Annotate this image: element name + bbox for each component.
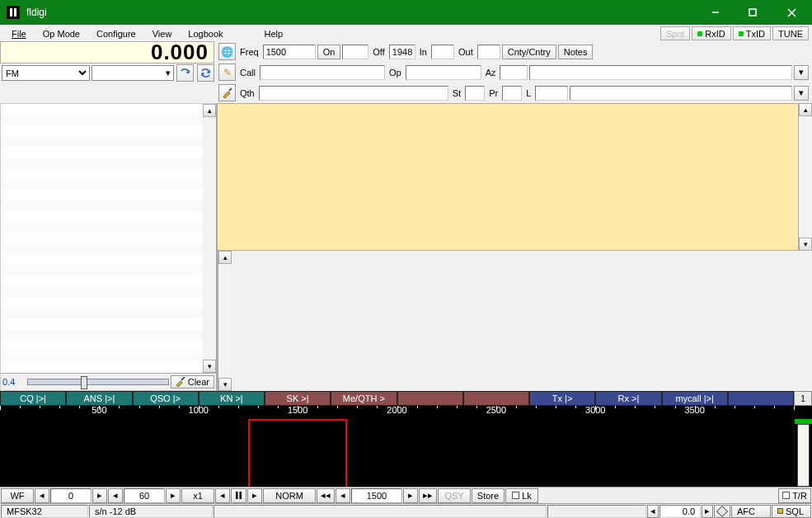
menu-configure[interactable]: Configure <box>88 27 144 40</box>
menu-help[interactable]: Help <box>256 27 292 40</box>
st-input[interactable] <box>465 86 485 101</box>
brightness-value[interactable]: 0 <box>50 488 92 503</box>
macro-sk[interactable]: SK >| <box>265 391 331 406</box>
notes-button[interactable]: Notes <box>558 45 594 59</box>
qth-input[interactable] <box>259 86 448 101</box>
txid-button[interactable]: TxID <box>733 26 771 40</box>
out-input[interactable] <box>477 45 500 59</box>
clear-button[interactable]: Clear <box>171 375 214 388</box>
refresh-button-1[interactable] <box>176 64 194 82</box>
bandwidth-marker[interactable] <box>248 419 347 487</box>
channel-list-scrollbar[interactable]: ▴ ▾ <box>203 104 216 373</box>
notes-input-1[interactable] <box>529 65 792 80</box>
macro-12[interactable] <box>728 391 794 406</box>
diamond-button[interactable] <box>714 505 730 518</box>
macro-qso[interactable]: QSO |> <box>133 391 199 406</box>
scroll-down-icon[interactable]: ▾ <box>799 238 812 251</box>
freq-fastdown[interactable]: ◂◂ <box>317 488 335 503</box>
maximize-button[interactable] <box>734 0 771 25</box>
scroll-right[interactable]: ▸ <box>247 488 262 503</box>
clear-log-button[interactable] <box>218 84 236 101</box>
macro-meqth[interactable]: Me/QTH > <box>331 391 397 406</box>
macro-7[interactable] <box>397 391 463 406</box>
op-input[interactable] <box>406 65 481 80</box>
in-input[interactable] <box>431 45 454 59</box>
scroll-down-icon[interactable]: ▾ <box>218 378 232 391</box>
globe-button[interactable] <box>218 43 236 60</box>
brightness-up[interactable]: ▸ <box>92 488 107 503</box>
notes-dropdown-2[interactable]: ▾ <box>794 86 809 101</box>
speed-button[interactable]: NORM <box>263 488 316 503</box>
macro-rx[interactable]: Rx >| <box>595 391 661 406</box>
az-label: Az <box>483 68 499 78</box>
close-button[interactable] <box>771 0 812 25</box>
off-input[interactable] <box>389 45 415 59</box>
freq-input[interactable] <box>263 45 316 59</box>
squelch-slider[interactable] <box>27 379 169 385</box>
channel-list-body[interactable] <box>1 104 203 373</box>
tick <box>556 406 556 408</box>
submode-select[interactable]: ▾ <box>92 65 174 81</box>
num-down[interactable]: ◂ <box>647 505 659 518</box>
rx-scrollbar[interactable]: ▴ ▾ <box>799 103 812 251</box>
on-input[interactable] <box>342 45 368 59</box>
freq-fastup[interactable]: ▸▸ <box>419 488 437 503</box>
contrast-value[interactable]: 60 <box>124 488 165 503</box>
notes-dropdown-1[interactable]: ▾ <box>794 65 809 80</box>
waterfall[interactable] <box>0 419 812 487</box>
notes-input-2[interactable] <box>570 86 792 101</box>
svg-rect-3 <box>749 9 756 16</box>
menu-file[interactable]: File <box>3 27 35 40</box>
contrast-up[interactable]: ▸ <box>166 488 181 503</box>
rx-text-pane[interactable] <box>217 103 799 251</box>
afc-button[interactable]: AFC <box>731 505 771 518</box>
frequency-display[interactable]: 0.000 <box>0 41 214 64</box>
macro-kn[interactable]: KN >| <box>199 391 265 406</box>
scroll-up-icon[interactable]: ▴ <box>799 103 812 116</box>
sql-button[interactable]: SQL <box>772 505 811 518</box>
minimize-button[interactable] <box>697 0 734 25</box>
zoom-button[interactable]: x1 <box>181 488 214 503</box>
macro-cq[interactable]: CQ |>| <box>0 391 66 406</box>
wf-center-freq[interactable]: 1500 <box>351 488 402 503</box>
pause-button[interactable] <box>231 488 246 503</box>
freq-up[interactable]: ▸ <box>403 488 418 503</box>
refresh-button-2[interactable] <box>197 64 214 82</box>
menu-opmode[interactable]: Op Mode <box>35 27 88 40</box>
brightness-down[interactable]: ◂ <box>35 488 49 503</box>
pr-input[interactable] <box>502 86 522 101</box>
scroll-down-icon[interactable]: ▾ <box>203 360 216 373</box>
slider-knob[interactable] <box>81 376 87 389</box>
call-input[interactable] <box>260 65 385 80</box>
scroll-up-icon[interactable]: ▴ <box>203 104 216 117</box>
cnty-button[interactable]: Cnty/Cntry <box>502 45 556 59</box>
menu-view[interactable]: View <box>144 27 181 40</box>
rxid-button[interactable]: RxID <box>692 26 730 40</box>
wf-mode-button[interactable]: WF <box>1 488 34 503</box>
spot-button[interactable]: Spot <box>660 26 691 40</box>
status-num[interactable]: 0.0 <box>659 505 701 518</box>
contrast-down[interactable]: ◂ <box>108 488 123 503</box>
l-input[interactable] <box>535 86 568 101</box>
num-up[interactable]: ▸ <box>702 505 713 518</box>
on-button[interactable]: On <box>317 45 341 59</box>
menu-logbook[interactable]: Logbook <box>180 27 231 40</box>
store-button[interactable]: Store <box>472 488 505 503</box>
scroll-up-icon[interactable]: ▴ <box>218 251 232 264</box>
freq-down[interactable]: ◂ <box>336 488 350 503</box>
tr-button[interactable]: T/R <box>778 488 811 503</box>
macro-mycall[interactable]: mycall |>| <box>662 391 728 406</box>
lock-button[interactable]: Lk <box>505 488 538 503</box>
az-input[interactable] <box>500 65 528 80</box>
tune-button[interactable]: TUNE <box>772 26 809 40</box>
macro-8[interactable] <box>463 391 529 406</box>
edit-button[interactable] <box>218 64 236 81</box>
mode-select[interactable]: FM <box>2 65 90 81</box>
macro-bank-number[interactable]: 1 <box>794 391 812 406</box>
macro-ans[interactable]: ANS |>| <box>66 391 132 406</box>
qsy-button[interactable]: QSY <box>438 488 471 503</box>
macro-tx[interactable]: Tx |> <box>529 391 595 406</box>
scroll-left[interactable]: ◂ <box>215 488 230 503</box>
tx-scrollbar[interactable]: ▴ ▾ <box>218 251 232 391</box>
text-panes: ▴ ▾ ▴ ▾ <box>217 103 812 391</box>
